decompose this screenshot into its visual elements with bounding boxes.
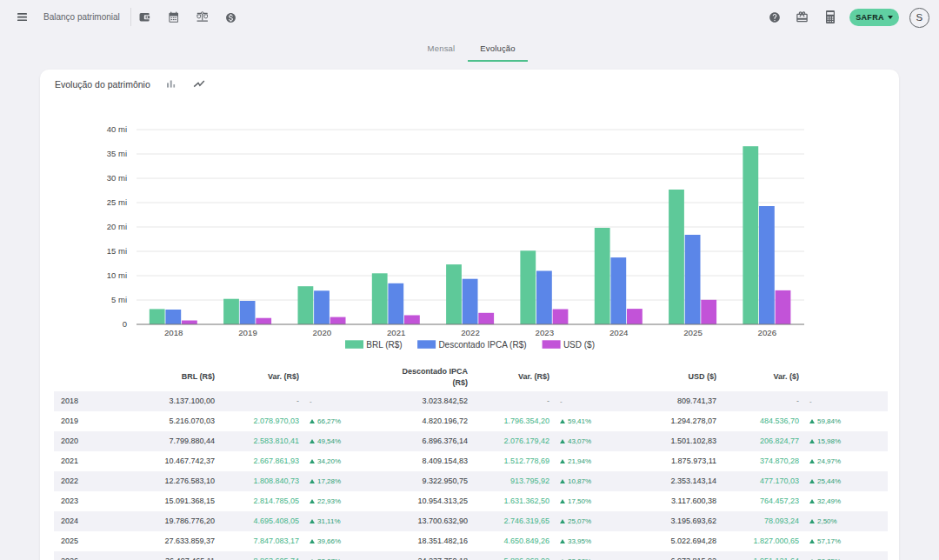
svg-text:10 mi: 10 mi xyxy=(107,270,127,280)
svg-text:2022: 2022 xyxy=(461,328,480,337)
svg-text:2023: 2023 xyxy=(536,328,555,337)
svg-text:Descontado IPCA (R$): Descontado IPCA (R$) xyxy=(438,340,526,350)
svg-text:5 mi: 5 mi xyxy=(111,295,127,304)
svg-text:2018: 2018 xyxy=(164,328,183,337)
svg-text:USD ($): USD ($) xyxy=(563,340,595,350)
svg-text:15 mi: 15 mi xyxy=(107,246,127,256)
svg-text:25 mi: 25 mi xyxy=(107,197,127,207)
svg-text:20 mi: 20 mi xyxy=(107,222,127,231)
svg-text:0: 0 xyxy=(123,319,127,329)
svg-text:30 mi: 30 mi xyxy=(107,173,127,183)
svg-text:2024: 2024 xyxy=(609,328,629,337)
svg-text:2021: 2021 xyxy=(387,328,406,337)
svg-text:2019: 2019 xyxy=(238,328,257,337)
svg-text:2020: 2020 xyxy=(313,328,332,337)
svg-text:BRL (R$): BRL (R$) xyxy=(366,340,402,350)
svg-text:2025: 2025 xyxy=(683,328,703,337)
svg-text:35 mi: 35 mi xyxy=(107,149,127,158)
svg-text:40 mi: 40 mi xyxy=(107,124,127,134)
svg-text:2026: 2026 xyxy=(758,328,777,337)
